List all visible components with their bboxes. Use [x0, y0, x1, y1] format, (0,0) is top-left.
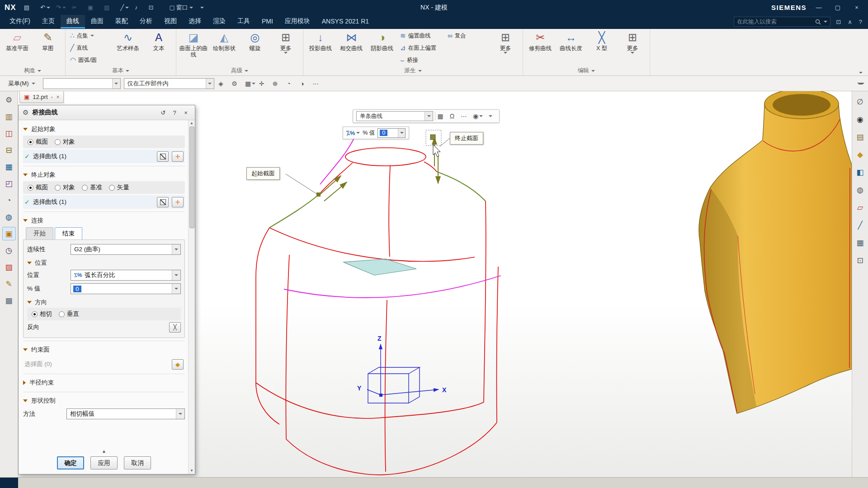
- shadow-curve-button[interactable]: ◑ 阴影曲线: [367, 29, 397, 66]
- percent-value-input[interactable]: 0: [71, 283, 181, 294]
- combo-caret[interactable]: [206, 79, 214, 89]
- scroll-up-icon[interactable]: ▲: [190, 120, 193, 127]
- dialog-resize-handle[interactable]: ▲: [102, 449, 106, 454]
- tab-start[interactable]: 开始: [26, 227, 53, 239]
- tab-selection[interactable]: 选择: [183, 15, 207, 28]
- composite-curve-button[interactable]: ∞ 复合: [445, 29, 490, 42]
- history-button[interactable]: ◷: [2, 244, 16, 257]
- menu-button[interactable]: 菜单(M): [4, 78, 40, 89]
- close-button[interactable]: ×: [850, 4, 863, 11]
- selection-scope-combo[interactable]: 仅在工作部件内: [124, 78, 214, 89]
- help-button[interactable]: ?: [858, 19, 863, 25]
- line-button[interactable]: ╱ 直线: [67, 42, 113, 54]
- curve-length-button[interactable]: ↔ 曲线长度: [556, 29, 586, 66]
- material-gold-button[interactable]: ◆: [854, 148, 867, 161]
- close-part-icon[interactable]: ×: [56, 94, 59, 100]
- work-grid-button[interactable]: ▦: [854, 236, 867, 249]
- snap-quadrant-button[interactable]: ◑: [299, 78, 311, 89]
- x-form-button[interactable]: ╳ X 型: [586, 29, 617, 66]
- direction-subheader[interactable]: 方向: [27, 296, 181, 308]
- percent-overlay-input[interactable]: 0: [377, 128, 406, 138]
- section-shape-control-header[interactable]: 形状控制: [23, 394, 185, 407]
- dialog-reset-button[interactable]: ↺: [158, 108, 168, 117]
- ribbon-group-label[interactable]: 编辑: [525, 66, 648, 75]
- section-radius-constraint-header[interactable]: 半径约束: [23, 376, 185, 389]
- ok-button[interactable]: 确定: [57, 456, 84, 469]
- curve-rule-combo[interactable]: 单条曲线: [356, 111, 433, 121]
- studio-spline-button[interactable]: ∿ 艺术样条: [113, 29, 143, 66]
- combo-caret[interactable]: [172, 270, 180, 280]
- float-window-icon[interactable]: ▫: [51, 94, 53, 100]
- combo-caret[interactable]: [112, 79, 120, 89]
- redo-button[interactable]: ↷: [54, 4, 68, 12]
- tab-end[interactable]: 结束: [55, 227, 82, 239]
- start-drag-handle[interactable]: [316, 192, 321, 197]
- tab-file[interactable]: 文件(F): [4, 15, 36, 28]
- selection-filter-combo[interactable]: [43, 78, 121, 89]
- qat-customize-button[interactable]: [198, 6, 206, 9]
- layer-settings-button[interactable]: ▤: [854, 130, 867, 144]
- section-connection-header[interactable]: 连接: [23, 214, 185, 227]
- face-selector-button[interactable]: ◆: [172, 359, 184, 370]
- tab-ansys[interactable]: ANSYS 2021 R1: [316, 15, 375, 28]
- radio-option[interactable]: 截面: [28, 183, 48, 192]
- more-derived-button[interactable]: ⊞ 更多: [490, 29, 521, 66]
- curve-display-button[interactable]: ╱: [854, 218, 867, 232]
- magnet-snap-button[interactable]: Ω: [449, 111, 460, 122]
- combo-caret[interactable]: [425, 112, 433, 121]
- dialog-gear-icon[interactable]: ⚙: [23, 108, 28, 117]
- more-edit-button[interactable]: ⊞ 更多: [617, 29, 648, 66]
- start-select-curve-row[interactable]: ✓ 选择曲线 (1) ✛: [23, 150, 185, 163]
- radio-option[interactable]: 基准: [82, 183, 102, 192]
- hide-toggle-button[interactable]: ∅: [854, 95, 867, 108]
- trim-curve-button[interactable]: ✂ 修剪曲线: [525, 29, 556, 66]
- bend-tools-button[interactable]: ▥: [2, 110, 16, 123]
- cancel-button[interactable]: 取消: [124, 456, 151, 469]
- bridge-curve-button[interactable]: ⌣ 桥接: [397, 54, 445, 66]
- grid-snap-button[interactable]: ▦: [437, 111, 448, 122]
- wcs-triad[interactable]: [367, 344, 439, 403]
- info-window-button[interactable]: ◍: [2, 210, 16, 224]
- dialog-scrollbar[interactable]: ▲ ▼: [188, 120, 195, 474]
- dialog-close-button[interactable]: ×: [181, 108, 191, 117]
- scrollbar-thumb[interactable]: [189, 127, 194, 228]
- search-icon[interactable]: [815, 19, 821, 25]
- minimize-button[interactable]: —: [812, 4, 826, 11]
- search-input[interactable]: [737, 19, 812, 25]
- ribbon-group-label[interactable]: 基本: [67, 66, 174, 75]
- part-tab[interactable]: ▣ 12.prt ▫ ×: [19, 91, 64, 103]
- arc-circle-button[interactable]: ◠ 圆弧/圆: [67, 54, 113, 66]
- intersect-curve-button[interactable]: ⋈ 相交曲线: [336, 29, 367, 66]
- combo-caret[interactable]: [176, 409, 184, 419]
- combo-caret[interactable]: [172, 244, 180, 254]
- arc-length-percent-button[interactable]: ⁒%: [346, 130, 360, 136]
- radio-option[interactable]: 垂直: [59, 310, 79, 318]
- section-constraint-face-header[interactable]: 约束面: [23, 343, 185, 356]
- end-drag-handle[interactable]: [430, 135, 435, 140]
- ribbon-group-label[interactable]: 构造: [2, 66, 63, 75]
- snap-point-button[interactable]: ▦: [245, 78, 256, 89]
- point-set-button[interactable]: ∴ 点集: [67, 29, 113, 42]
- more-options-button[interactable]: ⋯: [461, 111, 472, 122]
- tab-surface[interactable]: 曲面: [85, 15, 109, 28]
- datum-plane-button[interactable]: ▱ 基准平面: [2, 29, 33, 66]
- combo-caret[interactable]: [398, 129, 405, 137]
- search-options-caret[interactable]: [824, 21, 827, 23]
- selection-bar-options-caret[interactable]: [857, 83, 864, 84]
- datum-display-button[interactable]: ▱: [854, 201, 867, 214]
- maximize-button[interactable]: ▢: [831, 4, 844, 11]
- part-navigator-button[interactable]: ▦: [2, 160, 16, 174]
- combo-caret[interactable]: [172, 284, 180, 294]
- radio-option[interactable]: 相切: [32, 310, 52, 318]
- annotation-pen-button[interactable]: ✎: [2, 277, 16, 291]
- section-start-object-header[interactable]: 起始对象: [23, 122, 185, 136]
- snap-more-button[interactable]: ⋯: [312, 78, 324, 89]
- end-section-callout[interactable]: 终止截面: [450, 132, 483, 145]
- point-constructor-button[interactable]: ✛: [172, 151, 184, 162]
- touch-panel-button[interactable]: ⊡: [835, 19, 842, 25]
- reverse-direction-button[interactable]: ╳: [169, 322, 181, 333]
- copy-button[interactable]: ▣: [85, 4, 100, 12]
- constraint-navigator-button[interactable]: ⊟: [2, 143, 16, 157]
- helix-button[interactable]: ◎ 螺旋: [240, 29, 270, 66]
- snap-endpoint-button[interactable]: ✛: [258, 78, 270, 89]
